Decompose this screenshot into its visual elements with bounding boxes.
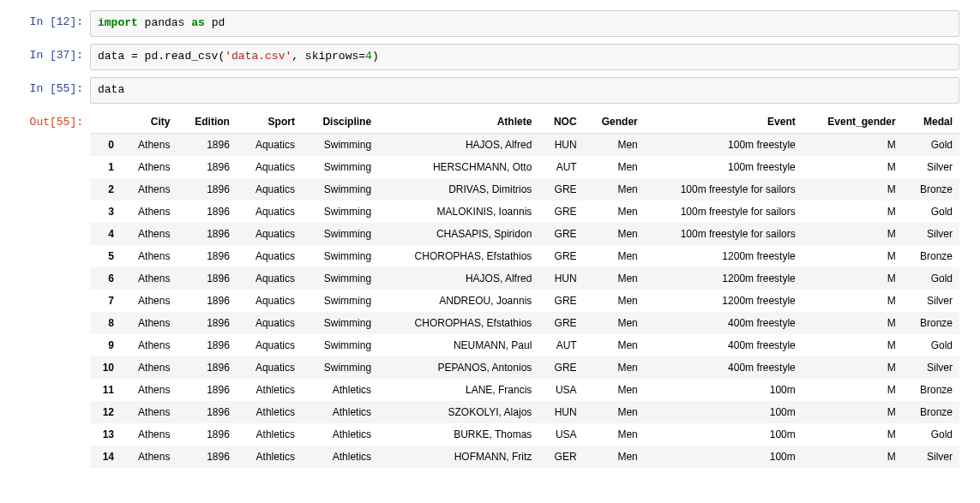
table-cell: 1896 — [177, 156, 236, 178]
table-row: 7Athens1896AquaticsSwimmingANDREOU, Joan… — [90, 290, 959, 312]
table-cell: Swimming — [302, 223, 378, 245]
table-cell: Swimming — [302, 312, 378, 334]
row-index: 5 — [90, 245, 121, 267]
table-cell: Athens — [121, 334, 177, 356]
table-cell: M — [803, 178, 903, 201]
table-cell: MALOKINIS, Ioannis — [378, 201, 538, 223]
table-cell: 1896 — [177, 312, 236, 334]
table-cell: Aquatics — [237, 356, 302, 379]
column-header: Athlete — [378, 111, 538, 134]
row-index: 1 — [90, 156, 121, 178]
table-cell: Athens — [121, 156, 177, 178]
table-cell: 1200m freestyle — [645, 290, 803, 312]
table-cell: GRE — [538, 201, 583, 223]
table-cell: 400m freestyle — [645, 334, 803, 356]
notebook-container: In [12]: import pandas as pd In [37]: da… — [0, 0, 980, 470]
table-cell: 100m freestyle — [645, 133, 803, 156]
code-token: pd — [205, 16, 225, 29]
table-cell: GRE — [538, 356, 583, 379]
table-cell: Athens — [121, 201, 177, 223]
code-input[interactable]: data = pd.read_csv('data.csv', skiprows=… — [90, 44, 959, 70]
table-cell: 400m freestyle — [645, 312, 803, 334]
row-index: 2 — [90, 178, 121, 201]
input-prompt: In [12]: — [0, 10, 90, 28]
table-cell: HAJOS, Alfred — [378, 133, 538, 156]
code-token: 4 — [365, 50, 372, 63]
row-index: 6 — [90, 267, 121, 290]
dataframe-output: CityEditionSportDisciplineAthleteNOCGend… — [90, 111, 959, 468]
table-cell: 1896 — [177, 401, 236, 423]
table-cell: M — [803, 245, 903, 267]
table-cell: HERSCHMANN, Otto — [378, 156, 538, 178]
table-cell: 1896 — [177, 245, 236, 267]
table-cell: M — [803, 446, 903, 468]
index-header — [90, 111, 121, 134]
table-cell: GRE — [538, 290, 583, 312]
table-cell: CHOROPHAS, Efstathios — [378, 312, 538, 334]
table-row: 3Athens1896AquaticsSwimmingMALOKINIS, Io… — [90, 201, 959, 223]
row-index: 10 — [90, 356, 121, 379]
table-cell: Athens — [121, 290, 177, 312]
table-cell: Athens — [121, 133, 177, 156]
output-cell: Out[55]: CityEditionSportDisciplineAthle… — [0, 109, 980, 470]
table-cell: 1896 — [177, 178, 236, 201]
table-cell: CHASAPIS, Spiridon — [378, 223, 538, 245]
table-cell: Swimming — [302, 267, 378, 290]
table-cell: M — [803, 223, 903, 245]
table-cell: GRE — [538, 178, 583, 201]
table-cell: 1896 — [177, 446, 236, 468]
table-cell: Athletics — [302, 401, 378, 423]
table-cell: Athens — [121, 356, 177, 379]
table-row: 4Athens1896AquaticsSwimmingCHASAPIS, Spi… — [90, 223, 959, 245]
table-cell: Athletics — [302, 379, 378, 401]
table-row: 10Athens1896AquaticsSwimmingPEPANOS, Ant… — [90, 356, 959, 379]
column-header: Event — [645, 111, 803, 134]
table-row: 2Athens1896AquaticsSwimmingDRIVAS, Dimit… — [90, 178, 959, 201]
table-cell: 1896 — [177, 356, 236, 379]
table-cell: M — [803, 201, 903, 223]
table-cell: Gold — [903, 423, 959, 446]
row-index: 0 — [90, 133, 121, 156]
table-cell: BURKE, Thomas — [378, 423, 538, 446]
table-cell: Aquatics — [237, 223, 302, 245]
table-cell: Swimming — [302, 133, 378, 156]
table-row: 1Athens1896AquaticsSwimmingHERSCHMANN, O… — [90, 156, 959, 178]
code-token: data = pd.read_csv( — [98, 50, 225, 63]
row-index: 9 — [90, 334, 121, 356]
table-cell: 1200m freestyle — [645, 245, 803, 267]
dataframe-head: CityEditionSportDisciplineAthleteNOCGend… — [90, 111, 959, 134]
table-cell: Swimming — [302, 178, 378, 201]
table-cell: GRE — [538, 312, 583, 334]
table-cell: M — [803, 401, 903, 423]
table-cell: ANDREOU, Joannis — [378, 290, 538, 312]
table-cell: Athens — [121, 423, 177, 446]
table-cell: Athletics — [302, 423, 378, 446]
code-cell: In [12]: import pandas as pd — [0, 9, 980, 39]
code-input[interactable]: import pandas as pd — [90, 10, 959, 37]
table-cell: 1896 — [177, 201, 236, 223]
row-index: 7 — [90, 290, 121, 312]
code-cell: In [37]: data = pd.read_csv('data.csv', … — [0, 42, 980, 72]
table-cell: Aquatics — [237, 201, 302, 223]
table-cell: Men — [584, 223, 645, 245]
table-cell: Athletics — [237, 423, 302, 446]
table-cell: 1200m freestyle — [645, 267, 803, 290]
table-cell: Men — [584, 267, 645, 290]
table-cell: PEPANOS, Antonios — [378, 356, 538, 379]
table-cell: Men — [584, 133, 645, 156]
table-cell: M — [803, 156, 903, 178]
table-cell: HAJOS, Alfred — [378, 267, 538, 290]
code-input[interactable]: data — [90, 77, 959, 104]
table-cell: GER — [538, 446, 583, 468]
row-index: 8 — [90, 312, 121, 334]
table-cell: 400m freestyle — [645, 356, 803, 379]
table-cell: 1896 — [177, 423, 236, 446]
table-cell: NEUMANN, Paul — [378, 334, 538, 356]
table-cell: M — [803, 356, 903, 379]
table-cell: Men — [584, 446, 645, 468]
table-cell: 1896 — [177, 267, 236, 290]
table-row: 5Athens1896AquaticsSwimmingCHOROPHAS, Ef… — [90, 245, 959, 267]
table-row: 13Athens1896AthleticsAthleticsBURKE, Tho… — [90, 423, 959, 446]
table-cell: M — [803, 290, 903, 312]
table-cell: Bronze — [903, 401, 959, 423]
